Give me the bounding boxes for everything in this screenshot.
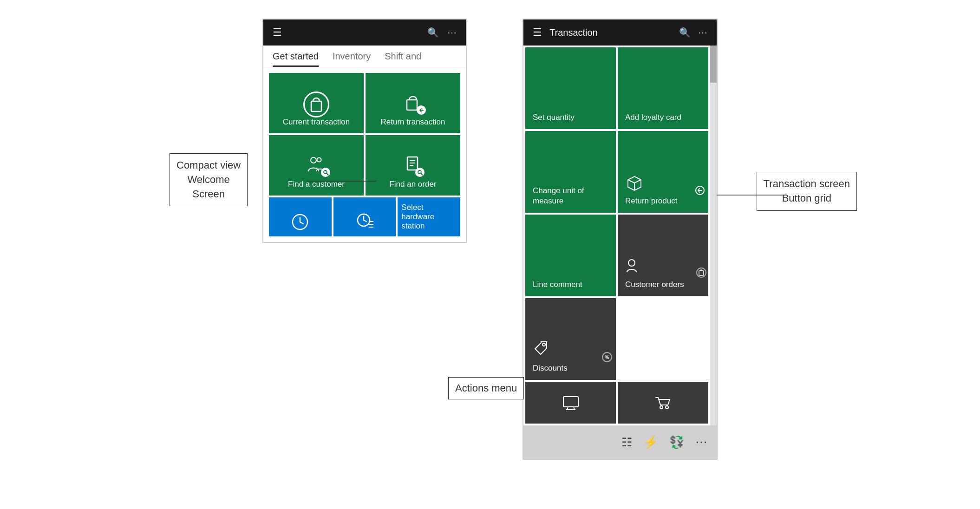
tab-inventory[interactable]: Inventory [333, 51, 371, 67]
svg-line-6 [327, 173, 328, 175]
svg-point-27 [542, 343, 545, 346]
change-uom-label: Change unit ofmeasure [533, 186, 608, 206]
svg-point-25 [628, 260, 635, 266]
tile-scroll-container[interactable]: Set quantity Add loyalty card Change uni… [523, 46, 717, 425]
left-section: Compact view Welcome Screen ☰ 🔍 ⋯ Get [262, 19, 467, 243]
more-options-icon-right[interactable]: ⋯ [698, 27, 707, 38]
customer-orders-icon [625, 257, 701, 277]
bottom-partial-tiles [523, 382, 717, 424]
find-order-icon [405, 156, 421, 175]
return-product-tile[interactable]: Return product [618, 131, 708, 213]
return-transaction-icon [405, 95, 421, 113]
clock1-tile[interactable] [269, 197, 332, 236]
return-product-icon [625, 175, 701, 193]
clock-list-icon [356, 211, 373, 231]
bottom-tile-row: Select hardware station [269, 197, 460, 236]
topbar-left: ☰ 🔍 ⋯ [263, 20, 466, 46]
svg-rect-2 [407, 100, 417, 110]
topbar-left-icons: ☰ [273, 26, 282, 39]
welcome-screen-content: Current transaction [263, 67, 466, 242]
discounts-tile[interactable]: % Discounts [525, 298, 616, 380]
actions-menu-label: Actions menu [448, 377, 524, 399]
set-quantity-label: Set quantity [533, 112, 608, 123]
page-container: Compact view Welcome Screen ☰ 🔍 ⋯ Get [0, 0, 980, 509]
line-comment-label: Line comment [533, 280, 608, 290]
topbar-title: Transaction [549, 27, 672, 38]
return-transaction-label: Return transaction [381, 117, 445, 127]
set-quantity-tile[interactable]: Set quantity [525, 47, 616, 129]
scroll-thumb[interactable] [710, 46, 717, 83]
tab-get-started[interactable]: Get started [273, 51, 319, 67]
hamburger-icon-right[interactable]: ☰ [533, 26, 542, 39]
customer-orders-tile[interactable]: Customer orders [618, 215, 708, 296]
topbar-right: ☰ Transaction 🔍 ⋯ [523, 20, 717, 46]
tab-bar: Get started Inventory Shift and [263, 46, 466, 67]
svg-line-15 [300, 222, 303, 224]
more-options-icon[interactable]: ⋯ [447, 27, 457, 38]
current-transaction-tile[interactable]: Current transaction [269, 73, 364, 133]
scroll-track[interactable] [710, 46, 717, 425]
find-order-label: Find an order [389, 180, 436, 189]
clock-icon [291, 213, 309, 231]
svg-rect-28 [563, 397, 578, 407]
clock2-tile[interactable] [333, 197, 396, 236]
search-icon-right[interactable]: 🔍 [679, 27, 691, 38]
svg-line-18 [364, 220, 366, 222]
svg-rect-26 [699, 271, 704, 275]
bottom-toolbar: ☷ ⚡ 💱 ⋯ [523, 425, 717, 459]
transaction-screen-phone: ☰ Transaction 🔍 ⋯ Set quantity [523, 19, 718, 460]
cart-icon [654, 395, 673, 411]
transaction-screen-label: Transaction screen Button grid [757, 172, 857, 211]
svg-point-3 [311, 157, 316, 163]
svg-point-33 [666, 406, 668, 409]
hamburger-icon[interactable]: ☰ [273, 26, 282, 39]
monitor-icon [562, 395, 580, 411]
shopping-bag-icon [303, 91, 329, 117]
toolbar-dots-icon[interactable]: ⋯ [695, 435, 707, 450]
find-customer-icon [306, 156, 327, 175]
return-product-label: Return product [625, 196, 701, 206]
discounts-label: Discounts [533, 363, 608, 373]
find-order-tile[interactable]: Find an order [366, 135, 460, 196]
current-transaction-label: Current transaction [283, 117, 350, 127]
add-loyalty-label: Add loyalty card [625, 112, 701, 123]
cart-tile[interactable] [618, 382, 708, 424]
topbar-right-icons: 🔍 ⋯ [427, 27, 457, 38]
money-icon[interactable]: 💱 [669, 435, 684, 450]
hardware-station-tile[interactable]: Select hardware station [398, 197, 460, 236]
compact-view-label: Compact view Welcome Screen [170, 153, 248, 206]
customer-orders-label: Customer orders [625, 280, 701, 290]
find-customer-tile[interactable]: Find a customer [269, 135, 364, 196]
find-customer-label: Find a customer [288, 180, 345, 189]
change-uom-tile[interactable]: Change unit ofmeasure [525, 131, 616, 213]
line-comment-tile[interactable]: Line comment [525, 215, 616, 296]
return-transaction-tile[interactable]: Return transaction [366, 73, 460, 133]
right-tile-grid: Set quantity Add loyalty card Change uni… [523, 46, 717, 382]
hardware-station-label: Select hardware station [401, 203, 457, 231]
lightning-icon[interactable]: ⚡ [643, 435, 658, 450]
add-loyalty-tile[interactable]: Add loyalty card [618, 47, 708, 129]
monitor-tile[interactable] [525, 382, 616, 424]
right-section: Transaction screen Button grid Actions m… [523, 19, 718, 460]
svg-line-12 [421, 173, 423, 175]
search-icon[interactable]: 🔍 [427, 27, 439, 38]
main-tile-grid: Current transaction [269, 73, 460, 196]
svg-point-32 [660, 406, 663, 409]
calculator-icon[interactable]: ☷ [621, 435, 632, 450]
welcome-screen-phone: ☰ 🔍 ⋯ Get started Inventory Shift and [262, 19, 467, 243]
tab-shift[interactable]: Shift and [385, 51, 421, 67]
svg-point-4 [317, 158, 321, 162]
discounts-icon: % [533, 340, 608, 360]
